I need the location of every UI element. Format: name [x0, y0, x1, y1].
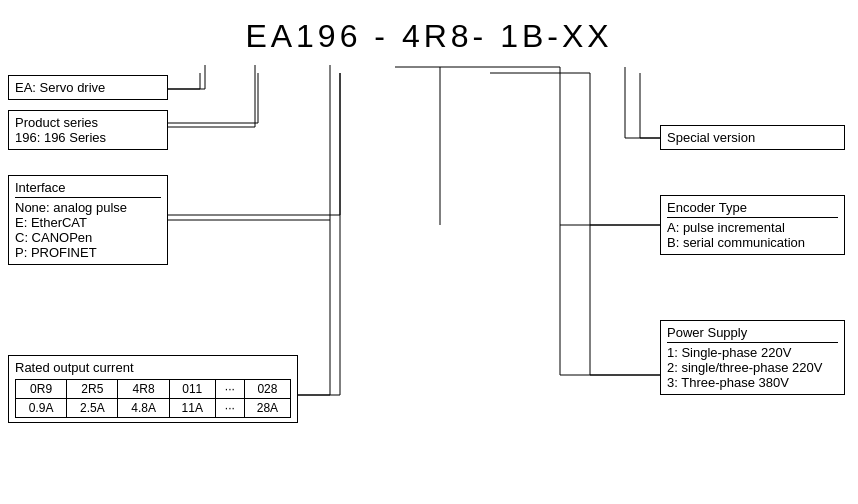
rated-col-4: ··· [215, 380, 244, 399]
page-title: EA196 - 4R8- 1B-XX [0, 0, 858, 65]
rated-box: Rated output current 0R9 2R5 4R8 011 ···… [8, 355, 298, 423]
rated-val-5: 28A [244, 399, 290, 418]
rated-col-1: 2R5 [67, 380, 118, 399]
special-box: Special version [660, 125, 845, 150]
power-item-0: 1: Single-phase 220V [667, 345, 838, 360]
interface-divider [15, 197, 161, 198]
product-line1: Product series [15, 115, 161, 130]
rated-table: 0R9 2R5 4R8 011 ··· 028 0.9A 2.5A 4.8A 1… [15, 379, 291, 418]
rated-val-3: 11A [169, 399, 215, 418]
rated-header: Rated output current [15, 360, 291, 375]
interface-item-0: None: analog pulse [15, 200, 161, 215]
ea-label: EA: Servo drive [15, 80, 105, 95]
ea-box: EA: Servo drive [8, 75, 168, 100]
rated-col-5: 028 [244, 380, 290, 399]
rated-table-row-vals: 0.9A 2.5A 4.8A 11A ··· 28A [16, 399, 291, 418]
interface-item-3: P: PROFINET [15, 245, 161, 260]
rated-val-0: 0.9A [16, 399, 67, 418]
product-line2: 196: 196 Series [15, 130, 161, 145]
special-label: Special version [667, 130, 755, 145]
interface-item-2: C: CANOPen [15, 230, 161, 245]
power-header: Power Supply [667, 325, 838, 340]
encoder-header: Encoder Type [667, 200, 838, 215]
rated-col-2: 4R8 [118, 380, 169, 399]
power-item-1: 2: single/three-phase 220V [667, 360, 838, 375]
interface-item-1: E: EtherCAT [15, 215, 161, 230]
encoder-item-0: A: pulse incremental [667, 220, 838, 235]
power-box: Power Supply 1: Single-phase 220V 2: sin… [660, 320, 845, 395]
power-divider [667, 342, 838, 343]
rated-col-0: 0R9 [16, 380, 67, 399]
rated-val-1: 2.5A [67, 399, 118, 418]
encoder-item-1: B: serial communication [667, 235, 838, 250]
rated-table-row-cols: 0R9 2R5 4R8 011 ··· 028 [16, 380, 291, 399]
interface-header: Interface [15, 180, 161, 195]
interface-box: Interface None: analog pulse E: EtherCAT… [8, 175, 168, 265]
encoder-box: Encoder Type A: pulse incremental B: ser… [660, 195, 845, 255]
rated-val-2: 4.8A [118, 399, 169, 418]
product-box: Product series 196: 196 Series [8, 110, 168, 150]
power-item-2: 3: Three-phase 380V [667, 375, 838, 390]
rated-val-4: ··· [215, 399, 244, 418]
encoder-divider [667, 217, 838, 218]
rated-col-3: 011 [169, 380, 215, 399]
